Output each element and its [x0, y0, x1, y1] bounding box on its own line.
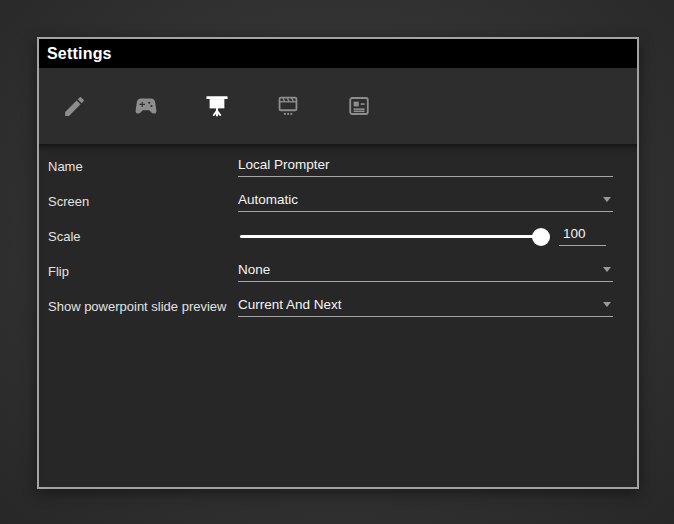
chevron-down-icon [603, 302, 611, 307]
scale-slider-fill [240, 235, 541, 238]
form-row-flip: Flip None [39, 254, 637, 289]
article-icon [346, 93, 372, 119]
scale-label: Scale [39, 219, 238, 254]
form-row-name: Name Local Prompter [39, 149, 637, 184]
dialog-title: Settings [47, 45, 112, 63]
clapperboard-icon [275, 93, 301, 119]
flip-value: None [238, 262, 603, 277]
projector-screen-icon [204, 93, 230, 119]
tab-media[interactable] [252, 68, 323, 144]
form-row-screen: Screen Automatic [39, 184, 637, 219]
gamepad-icon [133, 93, 159, 119]
chevron-down-icon [603, 197, 611, 202]
name-value: Local Prompter [238, 157, 613, 172]
tab-edit[interactable] [39, 68, 110, 144]
tab-gamepad[interactable] [110, 68, 181, 144]
slide-preview-label: Show powerpoint slide preview [39, 289, 238, 324]
settings-form: Name Local Prompter Screen Automatic Sca… [39, 144, 637, 487]
flip-select[interactable]: None [238, 257, 613, 282]
form-row-slide-preview: Show powerpoint slide preview Current An… [39, 289, 637, 324]
screen-value: Automatic [238, 192, 603, 207]
screen-label: Screen [39, 184, 238, 219]
pencil-icon [62, 94, 87, 119]
flip-label: Flip [39, 254, 238, 289]
scale-value: 100 [563, 226, 586, 241]
scale-slider-thumb[interactable] [532, 228, 550, 246]
screen-select[interactable]: Automatic [238, 187, 613, 212]
scale-slider[interactable] [240, 228, 541, 246]
settings-dialog: Settings [37, 37, 639, 489]
form-row-scale: Scale 100 [39, 219, 637, 254]
name-label: Name [39, 149, 238, 184]
scale-number-input[interactable]: 100 [559, 222, 606, 246]
slide-preview-select[interactable]: Current And Next [238, 292, 613, 317]
chevron-down-icon [603, 267, 611, 272]
tab-prompter[interactable] [181, 68, 252, 144]
tabstrip [39, 68, 637, 144]
tab-notes[interactable] [323, 68, 394, 144]
name-input[interactable]: Local Prompter [238, 152, 613, 177]
titlebar: Settings [39, 39, 637, 68]
slide-preview-value: Current And Next [238, 297, 603, 312]
